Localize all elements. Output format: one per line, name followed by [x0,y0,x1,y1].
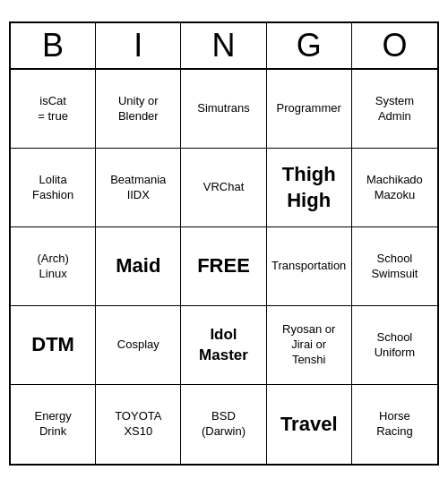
bingo-cell: Travel [267,385,352,464]
bingo-cell: isCat= true [11,70,96,149]
bingo-cell: Unity orBlender [96,70,181,149]
bingo-cell: EnergyDrink [11,385,96,464]
bingo-cell: (Arch)Linux [11,227,96,306]
bingo-cell: SystemAdmin [352,70,437,149]
bingo-cell: BeatmaniaIIDX [96,149,181,227]
bingo-cell: Programmer [267,70,352,149]
header-n: N [181,23,266,68]
bingo-cell: Transportation [267,227,352,306]
bingo-grid: isCat= trueUnity orBlenderSimutransProgr… [11,70,437,464]
header-g: G [267,23,352,68]
bingo-cell: VRChat [181,149,266,227]
bingo-card: B I N G O isCat= trueUnity orBlenderSimu… [9,21,439,466]
bingo-cell: HorseRacing [352,385,437,464]
bingo-cell: IdolMaster [181,306,266,385]
bingo-cell: DTM [11,306,96,385]
bingo-cell: SchoolSwimsuit [352,227,437,306]
bingo-cell: SchoolUniform [352,306,437,385]
bingo-header: B I N G O [11,23,437,70]
bingo-cell: MachikadoMazoku [352,149,437,227]
header-o: O [352,23,437,68]
bingo-cell: TOYOTAXS10 [96,385,181,464]
bingo-cell: Simutrans [181,70,266,149]
bingo-cell: Maid [96,227,181,306]
bingo-cell: BSD(Darwin) [181,385,266,464]
bingo-cell: FREE [181,227,266,306]
bingo-cell: LolitaFashion [11,149,96,227]
header-b: B [11,23,96,68]
bingo-cell: ThighHigh [267,149,352,227]
bingo-cell: Ryosan orJirai orTenshi [267,306,352,385]
header-i: I [96,23,181,68]
bingo-cell: Cosplay [96,306,181,385]
